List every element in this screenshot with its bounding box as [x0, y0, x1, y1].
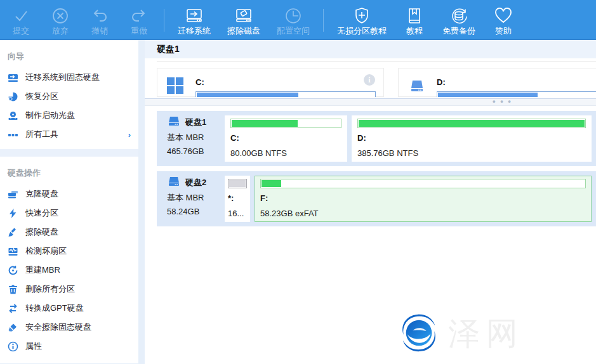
overview-splitter-handle[interactable]: • • •	[145, 98, 596, 106]
disk-overview-strip: C: i D:	[145, 62, 596, 97]
submit-button[interactable]: 提交	[1, 0, 41, 39]
properties-icon	[8, 341, 18, 352]
rebuild-mbr-icon	[8, 265, 18, 276]
allocate-space-button[interactable]: 配置空间	[268, 0, 318, 39]
partition-label: F:	[260, 193, 586, 203]
toolbar-separator	[164, 9, 164, 32]
sidebar-item-label: 擦除硬盘	[25, 226, 131, 238]
sidebar-divider	[0, 149, 138, 157]
toolbar-label: 迁移系统	[178, 27, 211, 36]
partition-usage-bar	[228, 179, 247, 188]
chevron-right-icon: ›	[128, 130, 131, 140]
partition-size-fs: 58.23GB exFAT	[260, 209, 586, 218]
sidebar-item-convert-gpt[interactable]: 转换成GPT硬盘	[0, 299, 138, 318]
volume-label: D:	[437, 77, 596, 87]
partition-usage-bar	[357, 119, 586, 128]
migrate-to-ssd-icon	[8, 72, 18, 83]
undo-button[interactable]: 撤销	[80, 0, 119, 39]
disk-info-block[interactable]: 硬盘1 基本 MBR 465.76GB	[161, 115, 220, 162]
sidebar-item-label: 重建MBR	[25, 264, 131, 276]
sidebar-item-label: 迁移系统到固态硬盘	[25, 72, 131, 83]
info-icon[interactable]: i	[364, 74, 375, 86]
disk-size: 58.24GB	[167, 207, 220, 216]
sidebar-item-label: 制作启动光盘	[25, 110, 131, 121]
partition-size-fs: 16...	[228, 209, 247, 218]
partition-usage-fill	[229, 180, 246, 187]
sidebar-item-label: 检测坏扇区	[25, 245, 131, 257]
check-icon	[12, 5, 30, 27]
sidebar-item-rebuild-mbr[interactable]: 重建MBR	[0, 261, 138, 280]
toolbar-label: 配置空间	[277, 27, 310, 36]
disk-type: 基本 MBR	[167, 192, 220, 204]
toolbar-label: 提交	[13, 27, 29, 36]
partition-label: C:	[230, 133, 341, 143]
toolbar-label: 放弃	[52, 27, 69, 36]
overview-volume-d[interactable]: D:	[398, 68, 596, 97]
sidebar-item-delete-all-partitions[interactable]: 删除所有分区	[0, 280, 138, 299]
free-backup-button[interactable]: 免费备份	[434, 0, 484, 39]
donate-button[interactable]: 赞助	[484, 0, 523, 39]
delete-all-partitions-icon	[8, 284, 18, 295]
toolbar-label: 教程	[406, 27, 423, 36]
drag-handle-dots-icon: • • •	[493, 96, 512, 106]
sidebar-item-label: 删除所有分区	[25, 283, 131, 295]
disk-size: 465.76GB	[167, 146, 220, 156]
partition-tutorial-icon	[353, 5, 371, 27]
sidebar-item-recover-partition[interactable]: 恢复分区	[0, 87, 138, 106]
check-bad-sectors-icon	[8, 246, 18, 257]
secure-erase-ssd-icon	[8, 322, 18, 333]
partition-cell-d[interactable]: D: 385.76GB NTFS	[352, 115, 592, 162]
sidebar-main-gutter	[138, 40, 145, 364]
sidebar-item-label: 属性	[25, 341, 131, 352]
partition-cell-unformatted[interactable]: *: 16...	[225, 176, 250, 222]
partition-cell-f-selected[interactable]: F: 58.23GB exFAT	[255, 176, 592, 222]
sidebar-item-secure-erase-ssd[interactable]: 安全擦除固态硬盘	[0, 318, 138, 337]
migrate-system-button[interactable]: 迁移系统	[169, 0, 219, 39]
sidebar-item-bootable-cd[interactable]: 制作启动光盘	[0, 106, 138, 125]
quick-partition-icon	[8, 208, 18, 219]
redo-button[interactable]: 重做	[119, 0, 159, 39]
sidebar-item-all-tools[interactable]: 所有工具 ›	[0, 125, 138, 144]
sidebar: 向导 迁移系统到固态硬盘 恢复分区 制作启动光盘 所有工具 ›	[0, 40, 138, 364]
allocate-space-icon	[284, 5, 302, 27]
discard-button[interactable]: 放弃	[41, 0, 80, 39]
all-tools-icon	[8, 129, 18, 140]
sidebar-section-wizards: 向导	[0, 40, 138, 68]
partition-usage-bar	[230, 119, 341, 128]
sidebar-item-check-bad-sectors[interactable]: 检测坏扇区	[0, 242, 138, 261]
free-backup-icon	[449, 5, 468, 27]
partition-label: *:	[228, 193, 247, 203]
partition-usage-fill	[262, 180, 281, 187]
toolbar-label: 赞助	[495, 27, 512, 36]
disk-tab-title[interactable]: 硬盘1	[157, 44, 180, 55]
sidebar-item-label: 安全擦除固态硬盘	[25, 322, 131, 333]
sidebar-item-migrate-to-ssd[interactable]: 迁移系统到固态硬盘	[0, 68, 138, 87]
wipe-disk-icon	[234, 5, 253, 27]
recover-partition-icon	[8, 91, 18, 102]
partition-size-fs: 385.76GB NTFS	[357, 148, 586, 158]
partition-tutorial-button[interactable]: 无损分区教程	[329, 0, 395, 39]
donate-icon	[494, 5, 513, 27]
tutorial-button[interactable]: 教程	[395, 0, 434, 39]
hard-disk-icon	[167, 176, 181, 189]
disk-info-block[interactable]: 硬盘2 基本 MBR 58.24GB	[161, 176, 220, 222]
sidebar-section-disk-operations: 硬盘操作	[0, 157, 138, 185]
redo-icon	[130, 5, 148, 27]
watermark: 泽网	[399, 313, 524, 355]
partition-cell-c[interactable]: C: 80.00GB NTFS	[225, 115, 347, 162]
sidebar-item-label: 转换成GPT硬盘	[25, 302, 131, 314]
disk-tab-bar: 硬盘1	[145, 40, 596, 58]
sidebar-item-quick-partition[interactable]: 快速分区	[0, 204, 138, 223]
toolbar-label: 无损分区教程	[337, 27, 387, 36]
windows-logo-icon	[167, 77, 185, 95]
toolbar-label: 擦除磁盘	[227, 27, 260, 36]
sidebar-item-wipe-hard-disk[interactable]: 擦除硬盘	[0, 223, 138, 242]
tutorial-icon	[406, 5, 423, 27]
sidebar-item-clone-disk[interactable]: 克隆硬盘	[0, 185, 138, 204]
wipe-disk-button[interactable]: 擦除磁盘	[219, 0, 268, 39]
volume-label: C:	[195, 77, 376, 87]
sidebar-item-label: 恢复分区	[25, 91, 131, 102]
volume-usage-bar	[195, 91, 376, 97]
overview-volume-c[interactable]: C: i	[157, 68, 384, 97]
sidebar-item-properties[interactable]: 属性	[0, 337, 138, 356]
